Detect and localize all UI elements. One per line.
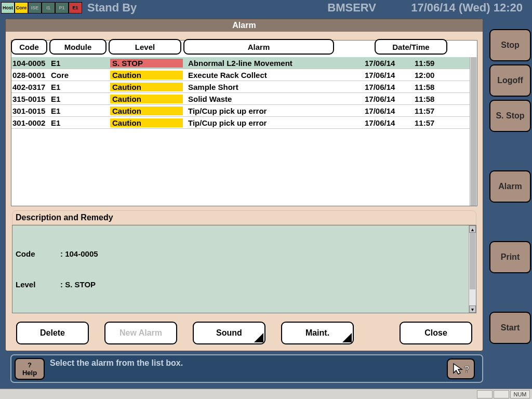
table-scrollbar[interactable] bbox=[470, 57, 477, 206]
cell-time: 11:58 bbox=[415, 95, 451, 103]
table-row[interactable]: 402-0317E1CautionSample Short17/06/1411:… bbox=[11, 81, 470, 93]
cursor-question-icon: ? bbox=[451, 362, 470, 376]
cell-code: 301-0002 bbox=[11, 118, 51, 127]
submenu-indicator-icon bbox=[342, 333, 352, 342]
description-box: Code104-0005 LevelS. STOP Description L2… bbox=[12, 225, 476, 313]
module-status-boxes: HostCoreISEI1P1E1 bbox=[1, 2, 82, 14]
alarm-button[interactable]: Alarm bbox=[489, 170, 531, 203]
cell-code: 104-0005 bbox=[11, 59, 51, 68]
cell-date: 17/06/14 bbox=[365, 83, 415, 91]
help-bar: ? Help Select the alarm from the list bo… bbox=[10, 354, 483, 383]
topbar: HostCoreISEI1P1E1 Stand By BMSERV 17/06/… bbox=[0, 0, 532, 16]
side-button-column: StopLogoffS. StopAlarmPrintStart bbox=[489, 29, 531, 344]
cell-alarm: Abnormal L2-line Movement bbox=[183, 59, 365, 68]
numlock-indicator: NUM bbox=[510, 390, 530, 398]
status-box-ise[interactable]: ISE bbox=[28, 2, 42, 14]
col-header-alarm[interactable]: Alarm bbox=[183, 39, 334, 55]
status-cell bbox=[494, 390, 509, 398]
print-button[interactable]: Print bbox=[489, 241, 531, 273]
window-status-bar: NUM bbox=[0, 389, 532, 399]
cell-alarm: Execute Rack Collect bbox=[183, 71, 365, 79]
col-header-code[interactable]: Code bbox=[11, 39, 47, 55]
panel-title: Alarm bbox=[6, 19, 483, 32]
table-row[interactable]: 028-0001CoreCautionExecute Rack Collect1… bbox=[11, 69, 470, 81]
cell-level: Caution bbox=[110, 95, 183, 103]
col-header-datetime[interactable]: Date/Time bbox=[375, 39, 447, 55]
sound-button[interactable]: Sound bbox=[193, 322, 265, 344]
table-body: 104-0005E1S. STOPAbnormal L2-line Moveme… bbox=[11, 57, 470, 206]
cell-level: Caution bbox=[110, 107, 183, 115]
action-button-row: Delete New Alarm Sound Maint. Close bbox=[16, 322, 472, 344]
cell-alarm: Tip/Cup pick up error bbox=[183, 107, 365, 115]
cell-code: 028-0001 bbox=[11, 71, 51, 79]
status-box-e1[interactable]: E1 bbox=[69, 2, 82, 14]
table-header: Code Module Level Alarm Date/Time bbox=[11, 39, 477, 55]
cursor-help-button[interactable]: ? bbox=[447, 358, 475, 379]
cell-time: 11:58 bbox=[415, 83, 451, 91]
alarm-table: Code Module Level Alarm Date/Time 104-00… bbox=[11, 40, 477, 206]
cell-time: 12:00 bbox=[415, 71, 451, 79]
table-row[interactable]: 315-0015E1CautionSolid Waste17/06/1411:5… bbox=[11, 93, 470, 105]
cell-alarm: Sample Short bbox=[183, 83, 365, 91]
start-button[interactable]: Start bbox=[489, 312, 531, 344]
cell-module: E1 bbox=[51, 59, 110, 68]
table-row[interactable]: 301-0002E1CautionTip/Cup pick up error17… bbox=[11, 117, 470, 129]
system-mode-label: Stand By bbox=[87, 1, 137, 15]
col-header-level[interactable]: Level bbox=[109, 39, 181, 55]
s-stop-button[interactable]: S. Stop bbox=[489, 100, 531, 132]
cell-module: E1 bbox=[51, 95, 110, 103]
col-header-module[interactable]: Module bbox=[49, 39, 107, 55]
description-header: Description and Remedy bbox=[12, 210, 476, 225]
table-row[interactable]: 104-0005E1S. STOPAbnormal L2-line Moveme… bbox=[11, 57, 470, 69]
status-box-i1[interactable]: I1 bbox=[42, 2, 55, 14]
cell-alarm: Solid Waste bbox=[183, 95, 365, 103]
cell-date: 17/06/14 bbox=[365, 107, 415, 115]
new-alarm-button[interactable]: New Alarm bbox=[104, 322, 177, 344]
cell-level: Caution bbox=[110, 83, 183, 91]
description-scrollbar[interactable]: ▴ ▾ bbox=[469, 225, 476, 313]
cell-time: 11:57 bbox=[415, 118, 451, 127]
description-text: Code104-0005 LevelS. STOP Description L2… bbox=[12, 225, 476, 313]
svg-text:?: ? bbox=[464, 364, 470, 375]
cell-module: E1 bbox=[51, 118, 110, 127]
logoff-button[interactable]: Logoff bbox=[489, 64, 531, 97]
maint-button[interactable]: Maint. bbox=[281, 322, 354, 344]
cell-level: Caution bbox=[110, 71, 183, 79]
scroll-down-arrow[interactable]: ▾ bbox=[469, 305, 476, 313]
help-button[interactable]: ? Help bbox=[15, 358, 45, 380]
status-box-p1[interactable]: P1 bbox=[55, 2, 69, 14]
cell-code: 301-0015 bbox=[11, 107, 51, 115]
scroll-up-arrow[interactable]: ▴ bbox=[469, 225, 476, 233]
cell-level: S. STOP bbox=[110, 59, 183, 68]
cell-module: Core bbox=[51, 71, 110, 79]
device-name-label: BMSERV bbox=[327, 1, 376, 15]
delete-button[interactable]: Delete bbox=[16, 322, 89, 344]
stop-button[interactable]: Stop bbox=[489, 29, 531, 61]
cell-code: 402-0317 bbox=[11, 83, 51, 91]
help-message: Select the alarm from the list box. bbox=[50, 358, 183, 368]
cell-alarm: Tip/Cup pick up error bbox=[183, 118, 365, 127]
status-box-core[interactable]: Core bbox=[15, 2, 28, 14]
alarm-panel: Alarm Code Module Level Alarm Date/Time … bbox=[5, 19, 483, 351]
table-row[interactable]: 301-0015E1CautionTip/Cup pick up error17… bbox=[11, 105, 470, 117]
cell-module: E1 bbox=[51, 107, 110, 115]
submenu-indicator-icon bbox=[254, 333, 263, 342]
cell-time: 11:59 bbox=[415, 59, 451, 68]
status-box-host[interactable]: Host bbox=[1, 2, 15, 14]
close-button[interactable]: Close bbox=[400, 322, 472, 344]
cell-module: E1 bbox=[51, 83, 110, 91]
cell-date: 17/06/14 bbox=[365, 71, 415, 79]
cell-time: 11:57 bbox=[415, 107, 451, 115]
cell-date: 17/06/14 bbox=[365, 118, 415, 127]
cell-level: Caution bbox=[110, 118, 183, 127]
cell-code: 315-0015 bbox=[11, 95, 51, 103]
status-cell bbox=[477, 390, 493, 398]
cell-date: 17/06/14 bbox=[365, 59, 415, 68]
scrollbar-thumb[interactable] bbox=[471, 57, 476, 206]
datetime-label: 17/06/14 (Wed) 12:20 bbox=[411, 1, 523, 15]
cell-date: 17/06/14 bbox=[365, 95, 415, 103]
